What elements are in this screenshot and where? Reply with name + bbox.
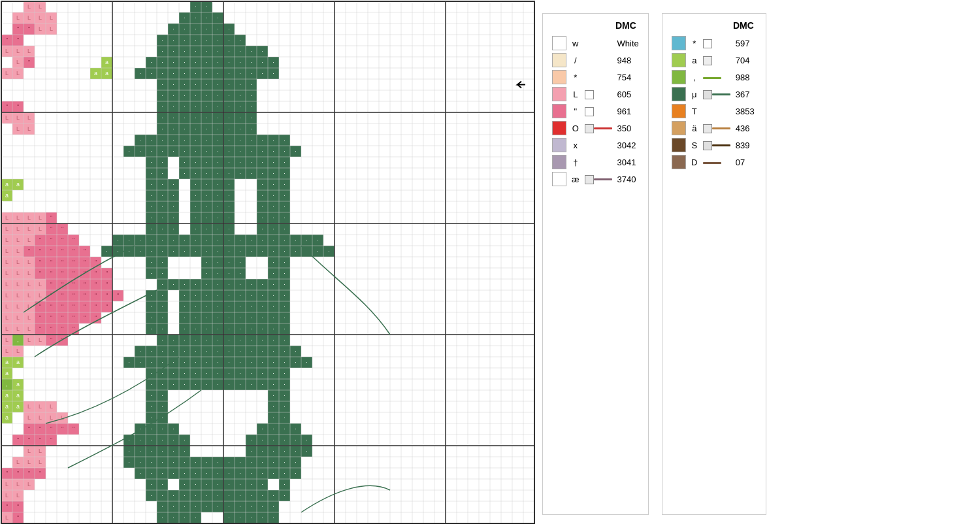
mini-swatch-cell [700,120,733,137]
symbol-cell: * [689,35,700,52]
mini-swatch-cell [700,86,733,103]
symbol-cell: T [689,103,700,120]
line-sample [712,144,730,146]
legend-row: wWhite [549,35,642,52]
symbol-cell: μ [689,86,700,103]
dmc-number: 07 [733,154,759,171]
color-swatch [672,138,686,152]
color-swatch [552,138,566,152]
symbol-cell: , [689,69,700,86]
legend-row: *597 [669,35,759,52]
mini-swatch-cell [582,86,615,103]
mini-swatch [585,90,594,99]
dmc-number: 754 [615,69,642,86]
mini-swatch-cell [582,171,615,188]
dmc-number: 597 [733,35,759,52]
symbol-cell: ä [689,120,700,137]
dmc-number: 839 [733,137,759,154]
dmc-number: 3740 [615,171,642,188]
symbol-cell: D [689,154,700,171]
mini-swatch [585,107,594,116]
mini-swatch [703,90,712,99]
dmc-number: 367 [733,86,759,103]
color-swatch [552,121,566,135]
line-sample [712,93,730,95]
color-swatch [552,155,566,169]
legend-row: x3042 [549,137,642,154]
mini-swatch-cell [582,69,615,86]
mini-swatch [585,175,594,184]
symbol-cell: / [569,52,582,69]
mini-swatch-cell [700,103,733,120]
legend-row: O350 [549,120,642,137]
color-swatch [552,104,566,118]
legend-row: "961 [549,103,642,120]
line-sample [703,162,721,164]
symbol-cell: x [569,137,582,154]
mini-swatch-cell [582,103,615,120]
line-sample [703,77,721,79]
mini-swatch [703,124,712,133]
symbol-cell: " [569,103,582,120]
stitch-grid [0,0,536,528]
symbol-cell: æ [569,171,582,188]
mini-swatch-cell [582,137,615,154]
legend-left-table: DMC wWhite/948*754L605"961O350x3042†3041… [549,19,642,188]
legend-right: DMC *597a704,988μ367T3853ä436S839D07 [662,13,766,515]
symbol-cell: a [689,52,700,69]
color-swatch [552,172,566,186]
dmc-number: 961 [615,103,642,120]
legend-row: S839 [669,137,759,154]
dmc-number: 605 [615,86,642,103]
line-sample [594,178,612,180]
legend-row: L605 [549,86,642,103]
color-swatch [672,104,686,118]
symbol-cell: * [569,69,582,86]
dmc-number: White [615,35,642,52]
mini-swatch [703,39,712,48]
mini-swatch-cell [582,154,615,171]
mini-swatch-cell [582,35,615,52]
legend-row: *754 [549,69,642,86]
mini-swatch [703,56,712,65]
mini-swatch-cell [700,69,733,86]
color-swatch [672,53,686,67]
color-swatch [672,155,686,169]
mini-swatch-cell [700,52,733,69]
color-swatch [672,121,686,135]
mini-swatch-cell [700,35,733,52]
legend-row: ä436 [669,120,759,137]
mini-swatch [585,124,594,133]
color-swatch [672,87,686,101]
legend-area: DMC wWhite/948*754L605"961O350x3042†3041… [536,0,980,528]
dmc-number: 436 [733,120,759,137]
dmc-number: 350 [615,120,642,137]
symbol-cell: † [569,154,582,171]
legend-row: /948 [549,52,642,69]
mini-swatch-cell [700,154,733,171]
mini-swatch-cell [582,52,615,69]
symbol-cell: w [569,35,582,52]
dmc-number: 3041 [615,154,642,171]
legend-row: a704 [669,52,759,69]
mini-swatch-cell [700,137,733,154]
color-swatch [552,87,566,101]
color-swatch [552,36,566,50]
symbol-cell: O [569,120,582,137]
dmc-number: 3853 [733,103,759,120]
line-sample [594,127,612,129]
mini-swatch [703,141,712,150]
legend-right-header: DMC [669,19,759,35]
color-swatch [552,70,566,84]
dmc-number: 3042 [615,137,642,154]
cross-stitch-canvas [0,0,536,528]
line-sample [712,127,730,129]
dmc-number: 948 [615,52,642,69]
legend-row: D07 [669,154,759,171]
legend-row: †3041 [549,154,642,171]
color-swatch [672,36,686,50]
color-swatch [672,70,686,84]
legend-left-header: DMC [549,19,642,35]
symbol-cell: L [569,86,582,103]
dmc-number: 988 [733,69,759,86]
